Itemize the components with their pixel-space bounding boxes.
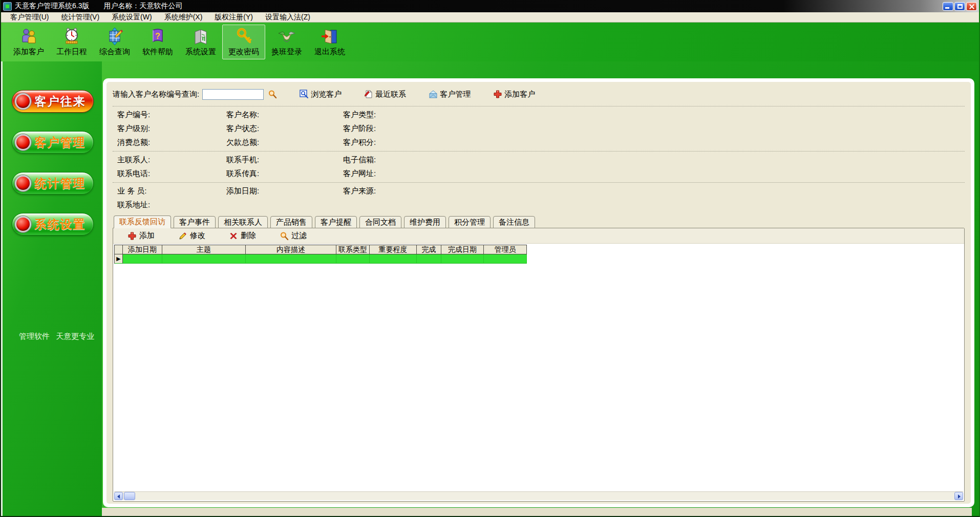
tab-related-contacts[interactable]: 相关联系人 bbox=[218, 216, 268, 228]
window-controls bbox=[943, 2, 979, 11]
grid-column-admin[interactable]: 管理员 bbox=[484, 245, 527, 254]
app-window: 天意客户管理系统6.3版 用户名称：天意软件公司 客户管理(U) 统计管理(V)… bbox=[0, 0, 980, 517]
toolbar-add-customer[interactable]: 添加客户 bbox=[7, 25, 50, 59]
window-user-label: 用户名称：天意软件公司 bbox=[103, 2, 182, 11]
main-area: 客户往来 客户管理 统计管理 系统设置 管理软件 天意更专业 请 bbox=[1, 61, 979, 516]
quick-button-label: 浏览客户 bbox=[311, 90, 342, 99]
tab-product-sales[interactable]: 产品销售 bbox=[270, 216, 312, 228]
grid-column-done[interactable]: 完成 bbox=[417, 245, 441, 254]
label-customer-level: 客户级别: bbox=[117, 124, 226, 134]
tab-contract-documents[interactable]: 合同文档 bbox=[359, 216, 401, 228]
grid-column-add-date[interactable]: 添加日期 bbox=[123, 245, 162, 254]
sidebar-button-customer-management[interactable]: 客户管理 bbox=[12, 131, 94, 154]
main-toolbar: 添加客户 工作日程 综合查询 bbox=[1, 23, 979, 61]
toolbar-label: 软件帮助 bbox=[142, 47, 173, 57]
add-customer-icon bbox=[19, 27, 38, 46]
scrollbar-thumb[interactable] bbox=[124, 492, 135, 500]
help-icon: ? bbox=[148, 27, 167, 46]
grid-delete-button[interactable]: 删除 bbox=[229, 231, 256, 241]
maximize-button[interactable] bbox=[954, 2, 965, 11]
toolbar-help[interactable]: ? 软件帮助 bbox=[136, 25, 179, 59]
customer-manage-button[interactable]: 客户管理 bbox=[429, 90, 471, 99]
work-schedule-icon bbox=[62, 27, 81, 46]
menu-input-method[interactable]: 设置输入法(Z) bbox=[259, 12, 316, 22]
grid-filter-button[interactable]: 过滤 bbox=[280, 231, 307, 241]
close-button[interactable] bbox=[966, 2, 977, 11]
sidebar-button-label: 客户管理 bbox=[31, 135, 93, 150]
recent-contact-button[interactable]: 最近联系 bbox=[364, 90, 406, 99]
menu-system-maintenance[interactable]: 系统维护(X) bbox=[158, 12, 209, 22]
tab-remarks[interactable]: 备注信息 bbox=[493, 216, 535, 228]
dotted-separator bbox=[113, 182, 965, 183]
browse-customer-button[interactable]: 浏览客户 bbox=[300, 90, 342, 99]
form-row: 客户级别: 客户状态: 客户阶段: bbox=[113, 122, 965, 136]
grid-column-description[interactable]: 内容描述 bbox=[246, 245, 336, 254]
quick-button-label: 最近联系 bbox=[375, 90, 406, 99]
grid-column-importance[interactable]: 重要程度 bbox=[370, 245, 417, 254]
tab-page-contact-feedback: 添加 修改 bbox=[113, 228, 965, 502]
grid-header-row: 添加日期 主题 内容描述 联系类型 重要程度 完成 完成日期 管理员 bbox=[114, 245, 527, 254]
tab-customer-reminders[interactable]: 客户提醒 bbox=[315, 216, 357, 228]
sidebar-button-label: 统计管理 bbox=[31, 176, 93, 191]
tab-contact-feedback[interactable]: 联系反馈回访 bbox=[114, 216, 171, 228]
minimize-button[interactable] bbox=[943, 2, 953, 11]
form-row: 客户编号: 客户名称: 客户类型: bbox=[113, 108, 965, 122]
toolbar-system-settings[interactable]: 系统设置 bbox=[179, 25, 222, 59]
grid-column-done-date[interactable]: 完成日期 bbox=[441, 245, 484, 254]
menu-statistics-management[interactable]: 统计管理(V) bbox=[55, 12, 105, 22]
toolbar-exit[interactable]: 退出系统 bbox=[308, 25, 351, 59]
horizontal-scrollbar[interactable] bbox=[114, 491, 963, 500]
customer-manage-icon bbox=[429, 90, 438, 99]
tab-customer-events[interactable]: 客户事件 bbox=[174, 216, 216, 228]
label-contact-address: 联系地址: bbox=[117, 200, 965, 210]
sidebar-button-system-settings[interactable]: 系统设置 bbox=[12, 213, 94, 235]
menu-system-settings[interactable]: 系统设置(W) bbox=[105, 12, 158, 22]
toolbar-query[interactable]: 综合查询 bbox=[93, 25, 136, 59]
grid-add-button[interactable]: 添加 bbox=[127, 231, 155, 241]
grid-column-subject[interactable]: 主题 bbox=[162, 245, 246, 254]
menu-customer-management[interactable]: 客户管理(U) bbox=[4, 12, 55, 22]
grid-button-label: 过滤 bbox=[291, 231, 307, 241]
grid-selector-header bbox=[115, 245, 123, 254]
scroll-left-button[interactable] bbox=[114, 492, 123, 500]
sidebar-button-customer-contacts[interactable]: 客户往来 bbox=[12, 90, 94, 113]
grid-edit-button[interactable]: 修改 bbox=[178, 231, 205, 241]
menu-copyright-register[interactable]: 版权注册(Y) bbox=[208, 12, 259, 22]
sidebar-button-label: 系统设置 bbox=[31, 217, 93, 232]
feedback-grid: 添加日期 主题 内容描述 联系类型 重要程度 完成 完成日期 管理员 ▶ bbox=[114, 245, 964, 264]
toolbar-label: 添加客户 bbox=[13, 47, 44, 57]
add-customer-quick-button[interactable]: 添加客户 bbox=[493, 90, 535, 99]
toolbar-label: 换班登录 bbox=[271, 47, 302, 57]
table-row-selected[interactable]: ▶ bbox=[114, 254, 527, 264]
form-row: 业 务 员: 添加日期: 客户来源: bbox=[113, 184, 965, 198]
toolbar-label: 工作日程 bbox=[56, 47, 87, 57]
add-plus-icon bbox=[493, 90, 502, 99]
toolbar-change-password[interactable]: 更改密码 bbox=[222, 25, 265, 59]
detail-tabs: 联系反馈回访 客户事件 相关联系人 产品销售 客户提醒 合同文档 维护费用 积分… bbox=[113, 216, 965, 228]
toolbar-work-schedule[interactable]: 工作日程 bbox=[50, 25, 93, 59]
titlebar: 天意客户管理系统6.3版 用户名称：天意软件公司 bbox=[1, 0, 979, 12]
grid-column-contact-type[interactable]: 联系类型 bbox=[336, 245, 370, 254]
label-total-arrears: 欠款总额: bbox=[226, 138, 343, 147]
grid-button-label: 删除 bbox=[241, 231, 256, 241]
search-input[interactable] bbox=[202, 89, 264, 100]
label-customer-name: 客户名称: bbox=[226, 110, 343, 120]
scroll-right-button[interactable] bbox=[954, 492, 963, 500]
search-row: 请输入客户名称编号查询: 浏览客户 bbox=[113, 85, 965, 103]
svg-text:?: ? bbox=[155, 32, 160, 40]
query-icon bbox=[105, 27, 124, 46]
search-magnifier-icon[interactable] bbox=[268, 90, 277, 99]
dotted-separator bbox=[113, 106, 965, 106]
tab-maintenance-fees[interactable]: 维护费用 bbox=[404, 216, 446, 228]
label-main-contact: 主联系人: bbox=[117, 155, 226, 165]
sidebar-button-statistics-management[interactable]: 统计管理 bbox=[12, 172, 94, 195]
label-customer-website: 客户网址: bbox=[343, 169, 965, 179]
red-led-icon bbox=[15, 93, 31, 110]
row-marker-icon: ▶ bbox=[115, 254, 123, 264]
add-plus-icon bbox=[127, 231, 137, 241]
form-row: 主联系人: 联系手机: 电子信箱: bbox=[113, 153, 965, 167]
toolbar-label: 更改密码 bbox=[228, 47, 259, 57]
tab-points-management[interactable]: 积分管理 bbox=[449, 216, 491, 228]
change-password-icon bbox=[235, 27, 253, 46]
toolbar-shift-login[interactable]: 换班登录 bbox=[265, 25, 308, 59]
